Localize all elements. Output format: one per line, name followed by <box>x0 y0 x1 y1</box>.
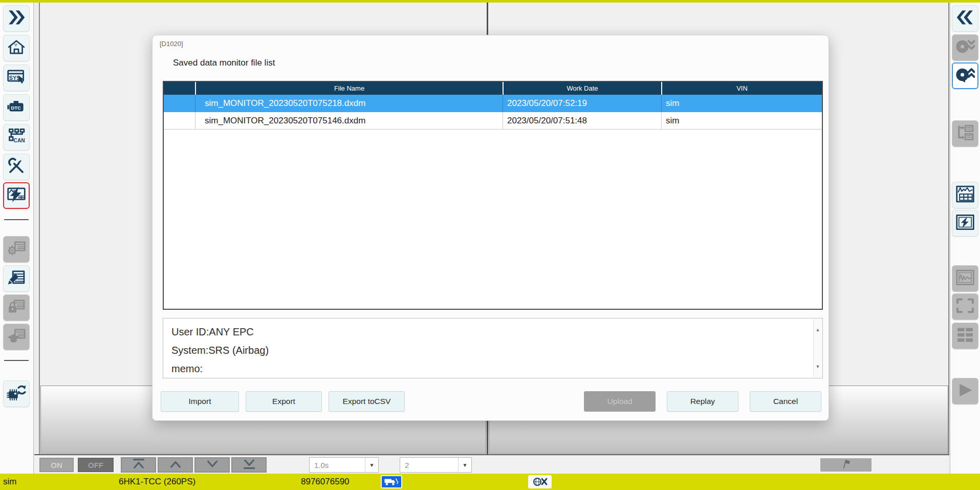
scroll-up-icon[interactable]: ▲ <box>816 321 820 339</box>
left-sidebar: SYS DTC CAN <box>0 3 34 474</box>
expand-menu-button[interactable] <box>3 5 30 32</box>
dtc-button[interactable]: DTC <box>3 94 30 121</box>
graph-grid-view-button[interactable] <box>952 182 978 208</box>
disk-chevrons-up-icon <box>955 66 975 86</box>
dropdown-arrow-icon[interactable]: ▼ <box>458 458 471 472</box>
tools-icon <box>7 157 26 177</box>
jump-bottom-icon <box>242 458 257 472</box>
column-header-file-name: File Name <box>195 82 503 95</box>
row-vin: sim <box>661 112 822 129</box>
data-transfer-button[interactable] <box>952 120 978 147</box>
status-vehicle-model: 6HK1-TCC (260PS) <box>119 477 195 487</box>
play-button[interactable] <box>952 378 978 404</box>
export-csv-button[interactable]: Export toCSV <box>329 391 405 412</box>
sys-window-icon: SYS <box>7 68 26 88</box>
lock-table-icon <box>7 298 26 317</box>
interval-dropdown[interactable]: 1.0s ▼ <box>309 457 379 473</box>
dialog-title: Saved data monitor file list <box>173 58 275 68</box>
dropdown-arrow-icon[interactable]: ▼ <box>365 458 378 472</box>
can-network-icon: CAN <box>7 127 26 147</box>
jump-top-icon <box>131 458 146 472</box>
right-sidebar <box>950 3 980 474</box>
no-network-icon <box>528 475 552 488</box>
home-icon <box>7 38 26 58</box>
jump-to-top-button[interactable] <box>121 457 156 473</box>
cancel-button[interactable]: Cancel <box>750 391 821 412</box>
chevron-up-icon <box>168 458 183 472</box>
import-button[interactable]: Import <box>161 391 239 412</box>
column-header-select <box>164 82 195 95</box>
play-triangle-icon <box>955 381 975 401</box>
row-file-name: sim_MONITOR_20230520T075218.dxdm <box>195 95 503 112</box>
active-test-button[interactable] <box>952 210 978 237</box>
flag-marker-button[interactable] <box>819 457 873 473</box>
waveform-view-button[interactable] <box>952 265 978 292</box>
ecu-reprogramming-button[interactable] <box>3 380 30 407</box>
flag-icon <box>839 458 853 472</box>
edit-list-button[interactable] <box>3 265 30 292</box>
off-button[interactable]: OFF <box>78 458 114 472</box>
data-monitor-button[interactable] <box>3 182 30 209</box>
grid-cells-icon <box>955 326 975 346</box>
lightning-frame-icon <box>955 214 975 233</box>
double-chevron-right-icon <box>7 9 26 28</box>
settings-list-button[interactable] <box>3 236 30 263</box>
export-button[interactable]: Export <box>246 391 322 412</box>
collapse-panel-button[interactable] <box>952 5 978 32</box>
upload-button: Upload <box>584 391 656 412</box>
on-button[interactable]: ON <box>39 458 74 472</box>
vehicle-connection-icon <box>381 475 402 488</box>
top-accent-strip <box>0 0 980 3</box>
step-down-button[interactable] <box>194 457 230 473</box>
table-row[interactable]: sim_MONITOR_20230520T075218.dxdm 2023/05… <box>164 95 822 112</box>
column-header-vin: VIN <box>661 82 822 95</box>
step-up-button[interactable] <box>158 457 193 473</box>
copy-arrows-icon <box>955 124 975 143</box>
column-header-work-date: Work Date <box>503 82 661 95</box>
waveform-frame-icon <box>955 269 975 288</box>
table-header-row: File Name Work Date VIN <box>164 82 822 95</box>
details-scrollbar[interactable]: ▲ ▼ <box>813 319 822 377</box>
engine-dtc-icon: DTC <box>7 98 26 117</box>
count-dropdown[interactable]: 2 ▼ <box>400 457 472 473</box>
file-list-table: File Name Work Date VIN sim_MONITOR_2023… <box>163 81 823 310</box>
count-value: 2 <box>400 458 458 472</box>
double-chevron-left-icon <box>955 9 975 28</box>
detail-user-id: User ID:ANY EPC <box>171 323 814 341</box>
row-file-name: sim_MONITOR_20230520T075146.dxdm <box>195 112 503 129</box>
chip-arrows-icon <box>7 384 26 404</box>
monitor-lightning-icon <box>7 186 26 205</box>
full-screen-button[interactable] <box>952 293 978 320</box>
dialog-code: [D1020] <box>160 40 183 48</box>
gear-table-icon <box>7 240 26 259</box>
save-data-button[interactable] <box>952 34 978 61</box>
status-bar: sim 6HK1-TCC (260PS) 8976076590 <box>0 474 980 490</box>
file-details-panel: User ID:ANY EPC System:SRS (Airbag) memo… <box>163 318 823 378</box>
load-saved-data-button[interactable] <box>952 62 978 89</box>
table-row[interactable]: sim_MONITOR_20230520T075146.dxdm 2023/05… <box>164 112 822 130</box>
chevron-down-icon <box>205 458 220 472</box>
status-user: sim <box>3 477 16 487</box>
svg-text:DTC: DTC <box>11 105 21 111</box>
pencil-table-icon <box>7 269 26 288</box>
chart-grid-icon <box>955 185 975 205</box>
replay-button[interactable]: Replay <box>667 391 738 412</box>
training-list-button[interactable] <box>3 324 30 350</box>
row-work-date: 2023/05/20/07:52:19 <box>503 95 661 112</box>
grid-view-button[interactable] <box>952 323 978 349</box>
secured-list-button[interactable] <box>3 294 30 321</box>
disk-chevrons-down-icon <box>955 38 975 57</box>
row-vin: sim <box>661 95 822 112</box>
monitor-toolbar: ON OFF 1.0s ▼ 2 ▼ <box>34 454 949 474</box>
sidebar-divider <box>4 360 29 361</box>
home-button[interactable] <box>3 35 30 61</box>
status-serial-number: 8976076590 <box>301 477 350 487</box>
scroll-down-icon[interactable]: ▼ <box>816 357 820 376</box>
utility-tools-button[interactable] <box>3 154 30 180</box>
sidebar-divider <box>4 219 29 220</box>
can-bus-button[interactable]: CAN <box>3 124 30 151</box>
corner-brackets-icon <box>955 297 975 316</box>
system-select-button[interactable]: SYS <box>3 65 30 91</box>
saved-data-dialog: [D1020] Saved data monitor file list Fil… <box>152 35 829 421</box>
jump-to-bottom-button[interactable] <box>231 457 267 473</box>
